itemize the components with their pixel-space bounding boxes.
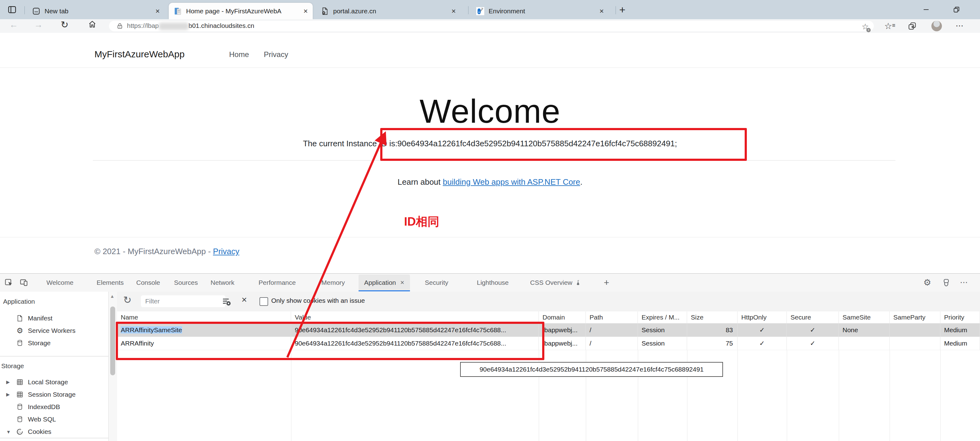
- scroll-up-arrow-icon[interactable]: ▲: [110, 294, 115, 299]
- back-icon[interactable]: ←: [9, 20, 18, 30]
- col-header-size[interactable]: Size: [687, 312, 738, 323]
- expand-arrow-icon[interactable]: ▶: [6, 379, 11, 385]
- cookie-priority-cell: Medium: [940, 324, 980, 337]
- favorites-icon[interactable]: ☆≡: [885, 21, 896, 31]
- footer-privacy-link[interactable]: Privacy: [213, 247, 239, 256]
- sidebar-item-storage[interactable]: Storage: [0, 337, 108, 349]
- tab-home-page[interactable]: Home page - MyFirstAzureWebA ×: [169, 3, 313, 19]
- col-header-expires[interactable]: Expires / M...: [638, 312, 687, 323]
- clear-all-cookies-icon[interactable]: ×: [242, 294, 247, 305]
- blocked-page-favicon-icon: [321, 7, 329, 15]
- col-header-sameparty[interactable]: SameParty: [889, 312, 940, 323]
- sidebar-section-storage: Storage: [1, 360, 24, 372]
- devtools-tab-application[interactable]: Application ×: [358, 275, 410, 291]
- tab-actions-icon[interactable]: [8, 5, 17, 14]
- browser-menu-icon[interactable]: ⋯: [956, 21, 964, 31]
- restore-window-button[interactable]: [947, 0, 966, 19]
- sidebar-item-web-sql[interactable]: Web SQL: [0, 413, 108, 425]
- sidebar-item-service-workers[interactable]: ⚙ Service Workers: [0, 324, 108, 337]
- close-tab-icon[interactable]: ×: [156, 8, 160, 15]
- collapse-arrow-icon[interactable]: ▼: [6, 429, 11, 435]
- cookie-expires-cell: Session: [638, 324, 687, 337]
- inspect-element-icon[interactable]: [4, 278, 13, 287]
- col-header-name[interactable]: Name: [117, 312, 291, 323]
- tab-new-tab[interactable]: New tab ×: [27, 3, 165, 19]
- sidebar-scrollbar[interactable]: ▲: [109, 292, 117, 441]
- url-scheme: https://lbap: [127, 22, 159, 29]
- table-icon: [16, 379, 24, 386]
- devtools-settings-gear-icon[interactable]: ⚙: [923, 274, 931, 291]
- reload-icon[interactable]: ↻: [61, 19, 68, 30]
- devtools-add-tab-button[interactable]: +: [604, 274, 609, 291]
- devtools-tab-css-overview[interactable]: CSS Overview: [530, 274, 581, 291]
- tab-portal-azure[interactable]: portal.azure.cn ×: [316, 3, 461, 19]
- site-footer: © 2021 - MyFirstAzureWebApp - Privacy: [0, 237, 980, 274]
- cookie-size-cell: 83: [687, 324, 738, 337]
- expand-arrow-icon[interactable]: ▶: [6, 392, 11, 397]
- devtools-tab-lighthouse[interactable]: Lighthouse: [477, 274, 509, 291]
- tab-title: New tab: [45, 8, 68, 15]
- col-header-secure[interactable]: Secure: [787, 312, 839, 323]
- scrollbar-thumb[interactable]: [110, 307, 115, 375]
- col-header-samesite[interactable]: SameSite: [839, 312, 889, 323]
- new-tab-button[interactable]: +: [619, 4, 625, 16]
- web-page: MyFirstAzureWebApp Home Privacy Welcome …: [0, 33, 980, 273]
- cookie-path-cell: /: [586, 337, 638, 350]
- add-favorite-icon[interactable]: ☆+: [862, 22, 869, 32]
- devtools-tab-performance[interactable]: Performance: [259, 274, 296, 291]
- footer-text: © 2021 - MyFirstAzureWebApp -: [94, 247, 213, 256]
- devtools-tab-label: Application: [364, 274, 396, 291]
- close-tab-icon[interactable]: ×: [452, 8, 456, 15]
- database-icon: [16, 403, 24, 411]
- sidebar-item-label: Session Storage: [28, 391, 76, 398]
- aspnet-core-link[interactable]: building Web apps with ASP.NET Core: [443, 177, 580, 187]
- sidebar-item-manifest[interactable]: Manifest: [0, 312, 108, 324]
- close-tab-icon[interactable]: ×: [600, 8, 604, 15]
- col-header-httponly[interactable]: HttpOnly: [738, 312, 787, 323]
- collections-icon[interactable]: [908, 22, 916, 30]
- close-application-tab-icon[interactable]: ×: [400, 274, 404, 291]
- devtools-tab-welcome[interactable]: Welcome: [46, 274, 73, 291]
- sidebar-item-cookies[interactable]: ▼ Cookies: [0, 425, 108, 438]
- devtools-menu-icon[interactable]: ⋯: [960, 274, 969, 291]
- col-header-domain[interactable]: Domain: [539, 312, 586, 323]
- devtools-panel: Welcome Elements Console Sources Network…: [0, 273, 980, 441]
- profile-avatar[interactable]: [931, 21, 942, 31]
- devtools-tab-console[interactable]: Console: [136, 274, 160, 291]
- filter-clear-icon[interactable]: [222, 297, 232, 307]
- cookie-row-arraffinity[interactable]: ARRAffinity 90e64934a12261fc4d3e52952b94…: [117, 337, 980, 350]
- cookie-filter-input[interactable]: [141, 296, 226, 307]
- devtools-tab-security[interactable]: Security: [425, 274, 449, 291]
- site-brand[interactable]: MyFirstAzureWebApp: [94, 49, 185, 59]
- devtools-tab-memory[interactable]: Memory: [321, 274, 345, 291]
- tab-separator: [616, 6, 616, 14]
- cookie-row-arraffinitysamesite[interactable]: ARRAffinitySameSite 90e64934a12261fc4d3e…: [117, 324, 980, 337]
- gear-icon: ⚙: [16, 327, 24, 334]
- address-bar[interactable]: https://lbapb01.chinacloudsites.cn ☆+: [109, 21, 874, 31]
- devtools-tab-elements[interactable]: Elements: [97, 274, 124, 291]
- col-header-path[interactable]: Path: [586, 312, 638, 323]
- environment-favicon-icon: [476, 7, 484, 15]
- sidebar-item-indexeddb[interactable]: IndexedDB: [0, 401, 108, 413]
- devtools-tab-network[interactable]: Network: [210, 274, 234, 291]
- devtools-tab-bar: Welcome Elements Console Sources Network…: [0, 274, 980, 292]
- close-tab-icon[interactable]: ×: [304, 8, 308, 15]
- nav-home-link[interactable]: Home: [229, 50, 249, 59]
- url-suffix: b01.chinacloudsites.cn: [189, 22, 254, 29]
- refresh-icon[interactable]: ↻: [123, 294, 132, 306]
- home-icon[interactable]: [88, 20, 97, 29]
- devtools-feedback-icon[interactable]: [942, 274, 951, 291]
- nav-privacy-link[interactable]: Privacy: [264, 50, 288, 59]
- tab-environment[interactable]: Environment ×: [471, 3, 609, 19]
- tab-title: Home page - MyFirstAzureWebA: [186, 8, 282, 15]
- minimize-button[interactable]: [916, 0, 936, 19]
- col-header-priority[interactable]: Priority: [940, 312, 980, 323]
- col-header-value[interactable]: Value: [291, 312, 539, 323]
- device-toolbar-icon[interactable]: [20, 278, 29, 287]
- forward-icon[interactable]: →: [34, 20, 43, 30]
- issue-filter-checkbox[interactable]: [259, 297, 268, 306]
- cookie-path-cell: /: [586, 324, 638, 337]
- sidebar-item-session-storage[interactable]: ▶ Session Storage: [0, 388, 108, 401]
- sidebar-item-local-storage[interactable]: ▶ Local Storage: [0, 376, 108, 388]
- devtools-tab-sources[interactable]: Sources: [174, 274, 198, 291]
